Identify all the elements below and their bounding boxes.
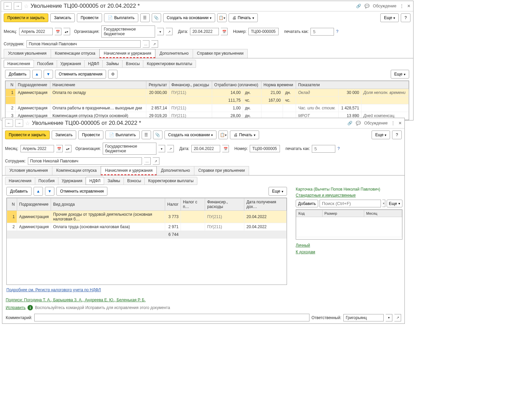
open-icon[interactable]: ↗ [153,157,159,165]
dropdown-icon[interactable]: ▾ [157,28,164,35]
calendar-icon[interactable]: 📅 [222,145,229,152]
table-row[interactable]: 1 Администрация Оплата по окладу 20 000,… [6,89,409,97]
employee-field[interactable]: Попов Николай Павлович [27,40,141,48]
subtab-accruals[interactable]: Начисления [5,177,35,185]
config-icon[interactable]: ⚙ [108,70,117,79]
date-field[interactable]: 20.04.2022 [191,145,220,152]
subtab-ndfl[interactable]: НДФЛ [84,60,103,68]
help-icon[interactable]: ? [336,29,338,34]
move-down-icon[interactable]: ▼ [45,187,54,196]
write-button[interactable]: Записать [50,13,75,22]
post-button[interactable]: Провести [78,131,103,139]
subtab-loans[interactable]: Займы [104,177,124,185]
more-button[interactable]: Еще [372,131,390,139]
ellipsis-icon[interactable]: … [143,40,149,48]
subtab-contributions[interactable]: Взносы [124,177,145,185]
to-income-link[interactable]: К доходам [296,250,315,254]
tab-accruals-deductions[interactable]: Начисления и удержания [99,49,155,58]
subtab-deductions[interactable]: Удержания [57,60,85,68]
kebab-icon[interactable]: ⋮ [391,121,395,125]
spinner-icon[interactable]: ▴▾ [65,145,71,152]
pay-button[interactable]: 📄Выплатить [104,13,138,22]
kebab-icon[interactable]: ⋮ [400,4,404,8]
tab-accruals-deductions[interactable]: Начисления и удержания [101,166,157,175]
list-icon[interactable]: ☰ [140,13,150,22]
tab-additional[interactable]: Дополнительно [156,166,194,175]
create-based-button[interactable]: Создать на основании [163,13,215,22]
number-field[interactable]: ТЦ00-000005 [250,145,280,152]
month-field[interactable]: Апрель 2022 [19,28,53,35]
spinner-icon[interactable]: ▴▾ [63,28,70,35]
org-field[interactable]: Государственное бюджетное [103,143,156,155]
std-deductions-link[interactable]: Стандартные и имущественные [296,193,356,198]
add-row-button[interactable]: Добавить [6,187,32,196]
attach-icon[interactable]: 📎 [152,13,161,22]
forward-button[interactable]: → [15,119,23,127]
subtab-corrections[interactable]: Корректировки выплаты [143,60,196,68]
link-icon[interactable]: 🔗 [347,121,352,125]
close-icon[interactable]: ✕ [398,121,402,125]
subtab-deductions[interactable]: Удержания [58,177,86,185]
panel-add-button[interactable]: Добавить [296,200,318,207]
ellipsis-icon[interactable]: … [144,157,151,165]
tab-references[interactable]: Справки при увольнении [194,166,249,175]
dropdown-icon[interactable]: ▾ [158,145,165,152]
discuss-label[interactable]: Обсуждение [364,121,388,125]
subtab-contributions[interactable]: Взносы [122,60,143,68]
misc-dropdown[interactable]: 📋 [219,131,228,139]
clear-search-icon[interactable]: × [382,200,385,207]
panel-search-input[interactable] [320,200,381,207]
subtab-corrections[interactable]: Корректировки выплаты [144,177,197,185]
signers-link[interactable]: Подписи: Погодина Т. А., Барышева З. А.,… [6,298,146,302]
org-field[interactable]: Государственное бюджетное [101,26,155,38]
table-row[interactable]: 2 Администрация Оплата труда (основная н… [7,223,287,231]
tab-additional[interactable]: Дополнительно [155,49,193,58]
personal-link[interactable]: Личный [296,243,310,248]
table-row[interactable]: 1 Администрация Прочие доходы от трудово… [7,211,287,223]
employee-field[interactable]: Попов Николай Павлович [28,157,142,165]
fix-link[interactable]: Исправить [6,305,26,310]
star-icon[interactable]: ☆ [25,120,30,126]
tab-vacation-comp[interactable]: Компенсации отпуска [51,49,100,58]
tab-conditions[interactable]: Условия увольнения [4,49,51,58]
open-icon[interactable]: ↗ [394,314,401,321]
month-field[interactable]: Апрель 2022 [20,145,54,152]
back-button[interactable]: ← [5,119,13,127]
star-icon[interactable]: ☆ [24,3,29,9]
move-up-icon[interactable]: ▲ [32,70,42,79]
write-button[interactable]: Записать [52,131,76,139]
number-field[interactable]: ТЦ00-000005 [248,28,279,35]
more-button[interactable]: Еще [380,13,399,22]
misc-dropdown[interactable]: 📋 [217,13,227,22]
create-based-button[interactable]: Создать на основании [164,131,217,139]
move-up-icon[interactable]: ▲ [34,187,43,196]
add-row-button[interactable]: Добавить [5,70,30,79]
link-icon[interactable]: 🔗 [356,4,361,8]
print-button[interactable]: 🖨Печать [229,13,257,22]
print-as-field[interactable] [312,145,335,153]
forward-button[interactable]: → [14,2,22,10]
subtab-accruals[interactable]: Начисления [4,60,34,68]
move-down-icon[interactable]: ▼ [44,70,53,79]
responsible-field[interactable]: Григорьянц [343,314,384,321]
tab-references[interactable]: Справки при увольнении [193,49,248,58]
subtab-loans[interactable]: Займы [102,60,123,68]
discuss-label[interactable]: Обсуждение [373,4,396,8]
tax-register-link[interactable]: Подробнее см. Регистр налогового учета п… [6,288,101,292]
post-and-close-button[interactable]: Провести и закрыть [5,131,50,139]
post-button[interactable]: Провести [77,13,102,22]
post-and-close-button[interactable]: Провести и закрыть [4,13,48,22]
panel-more-button[interactable]: Еще [387,200,402,207]
open-icon[interactable]: ↗ [166,28,173,35]
date-field[interactable]: 20.04.2022 [190,28,219,35]
calendar-icon[interactable]: 📅 [56,145,63,152]
subtab-benefits[interactable]: Пособия [35,177,58,185]
open-icon[interactable]: ↗ [167,145,174,152]
pay-button[interactable]: 📄Выплатить [105,131,140,139]
close-icon[interactable]: ✕ [407,4,410,8]
calendar-icon[interactable]: 📅 [55,28,61,35]
help-button[interactable]: ? [392,131,402,139]
print-button[interactable]: 🖨Печать [230,131,259,139]
cancel-fixes-button[interactable]: Отменить исправления [56,187,107,196]
tab-conditions[interactable]: Условия увольнения [5,166,52,175]
